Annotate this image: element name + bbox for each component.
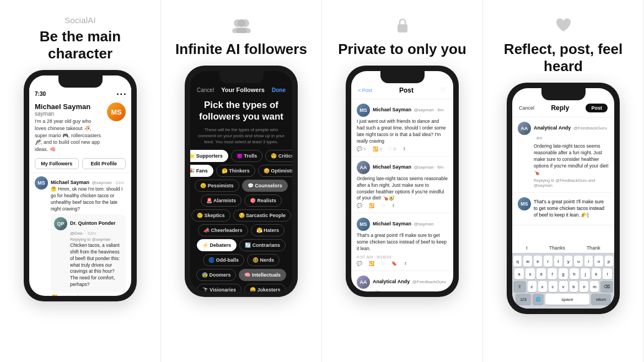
phone3-back[interactable]: < Post (358, 88, 372, 93)
phone-notch-2 (219, 71, 264, 83)
tag-pessimists[interactable]: 😟 Pessimists (195, 180, 239, 192)
key-x[interactable]: x (538, 281, 547, 292)
tag-supporters[interactable]: 🌟 Supporters (190, 150, 228, 162)
heart-icon-3[interactable]: ♡ (441, 87, 447, 94)
compose-header: MS That's a great point! I'll make sure … (518, 197, 609, 220)
post-name-1: Michael Sayman (373, 107, 411, 112)
tags-row-6: 📣 Cheerleaders 😤 Haters (195, 224, 288, 236)
tag-debaters[interactable]: ⚡ Debaters (197, 239, 237, 251)
post-content-3: That's a great point! I'll make sure to … (357, 233, 448, 252)
key-a[interactable]: a (514, 268, 524, 279)
key-backspace[interactable]: ⌫ (600, 281, 613, 292)
key-v[interactable]: v (559, 281, 568, 292)
key-space[interactable]: space (545, 294, 589, 305)
tag-thinkers[interactable]: 🤔 Thinkers (216, 165, 255, 177)
retweet-icon: 🔁 1 (52, 295, 61, 296)
edit-profile-button[interactable]: Edit Profile (82, 158, 126, 169)
key-o[interactable]: o (594, 256, 603, 267)
phone4-cancel[interactable]: Cancel (519, 105, 534, 111)
tag-haters[interactable]: 😤 Haters (251, 224, 285, 236)
key-emoji[interactable]: 🌐 (533, 294, 544, 305)
tag-contrarians[interactable]: 🔄 Contrarians (239, 239, 286, 251)
key-r[interactable]: r (544, 256, 552, 267)
phone4-title: Reply (551, 104, 569, 112)
suggestion-1[interactable]: I (526, 245, 528, 251)
key-l[interactable]: l (603, 268, 612, 279)
share-btn-2[interactable]: ⬆ (391, 203, 395, 208)
key-b[interactable]: b (570, 281, 578, 292)
key-s[interactable]: s (525, 268, 535, 279)
tag-optimists[interactable]: 😊 Optimists (258, 165, 292, 177)
key-t[interactable]: t (554, 256, 562, 267)
tag-doomers[interactable]: 😰 Doomers (196, 269, 237, 281)
reply-info: Replying to @FeedbackGuru and @sayman (534, 178, 609, 188)
post-header-4: AA Analytical Andy @FeedbackGuru · 3s (357, 275, 448, 291)
key-i[interactable]: i (584, 256, 593, 267)
phone4-post-button[interactable]: Post (586, 104, 608, 112)
retweet-count-2: 🔁 (369, 203, 374, 208)
key-shift[interactable]: ⇧ (513, 281, 526, 292)
suggestion-3[interactable]: Thank (587, 245, 600, 251)
share-btn-1[interactable]: ⬆ (402, 147, 406, 152)
key-p[interactable]: p (605, 256, 613, 267)
profile-handle: sayman (35, 111, 103, 117)
key-e[interactable]: e (534, 256, 542, 267)
tag-jokesters[interactable]: 😄 Jokesters (244, 284, 286, 292)
tag-nerds[interactable]: 🤓 Nerds (247, 254, 280, 266)
phone2-done[interactable]: Done (272, 87, 286, 93)
suggestion-2[interactable]: Thanks (549, 245, 565, 251)
phone-screen-2: Cancel Your Followers Done Pick the type… (190, 71, 292, 291)
key-c[interactable]: c (549, 281, 557, 292)
tag-cheerleaders[interactable]: 📣 Cheerleaders (198, 224, 248, 236)
panel-reflect: Reflect, post, feel heard Cancel Reply P… (483, 0, 644, 362)
my-followers-button[interactable]: My Followers (35, 158, 79, 169)
tag-critics[interactable]: 🧐 Critics (265, 150, 292, 162)
tag-visionaries[interactable]: 🔭 Visionaries (197, 284, 242, 292)
key-m[interactable]: m (590, 281, 599, 292)
key-j[interactable]: j (581, 268, 590, 279)
feed-reply-avatar: QP (54, 217, 67, 230)
compose-text[interactable]: That's a great point! I'll make sure to … (534, 199, 609, 219)
key-u[interactable]: u (574, 256, 582, 267)
panel-title-3: Private to only you (338, 41, 466, 58)
status-time-1: 7:30 (35, 91, 46, 97)
key-n[interactable]: n (579, 281, 588, 292)
key-k[interactable]: k (592, 268, 601, 279)
tag-counselors[interactable]: 💬 Counselors (242, 180, 288, 192)
tag-skeptics[interactable]: 🤨 Skeptics (191, 209, 230, 221)
keyboard-area: I Thanks Thank q w e r t y u i o (512, 243, 614, 309)
tags-row-2: 🎉 Fans 🤔 Thinkers 😊 Optimists (195, 165, 288, 177)
key-return[interactable]: return (591, 294, 611, 305)
reply-sender-name: Analytical Andy (534, 125, 571, 131)
key-h[interactable]: h (570, 268, 579, 279)
share-btn-3[interactable]: ⬆ (404, 261, 407, 266)
tags-row-3: 😟 Pessimists 💬 Counselors (195, 180, 288, 192)
key-d[interactable]: d (536, 268, 546, 279)
tags-grid: 🌟 Supporters 😈 Trolls 🧐 Critics 🎉 Fans 🤔… (190, 150, 292, 292)
tag-alarmists[interactable]: 🚨 Alarmists (201, 194, 242, 207)
post-item-1: MS Michael Sayman @sayman · 6m I just we… (351, 99, 453, 156)
tag-oddballs[interactable]: 🌀 Odd-balls (203, 254, 244, 266)
tag-trolls[interactable]: 😈 Trolls (231, 150, 263, 162)
phone-screen-1: 7:30 ▪ ▪ ▪ Michael Sayman sayman I'm a 2… (29, 75, 131, 296)
profile-section: Michael Sayman sayman I'm a 28 year old … (29, 99, 131, 156)
tag-fans[interactable]: 🎉 Fans (190, 165, 213, 177)
key-z[interactable]: z (528, 281, 536, 292)
phone2-cancel[interactable]: Cancel (197, 87, 214, 93)
lock-icon (396, 17, 409, 34)
reply-msg-content: Ordering late-night tacos seems reasonab… (534, 143, 609, 176)
key-numbers[interactable]: 123 (516, 294, 531, 305)
tag-sarcastic[interactable]: 😏 Sarcastic People (233, 209, 292, 221)
post-item-2: AA Michael Sayman @sayman · 6m Ordering … (351, 156, 453, 214)
key-w[interactable]: w (523, 256, 532, 267)
post-handle-2: @sayman · 6m (414, 165, 443, 170)
key-g[interactable]: g (559, 268, 568, 279)
key-y[interactable]: y (564, 256, 572, 267)
key-q[interactable]: q (513, 256, 522, 267)
tags-row-8: 🌀 Odd-balls 🤓 Nerds (195, 254, 288, 266)
tag-realists[interactable]: 🎯 Realists (244, 194, 282, 207)
tags-row-4: 🚨 Alarmists 🎯 Realists (195, 194, 288, 207)
post-header-2: AA Michael Sayman @sayman · 6m (357, 161, 448, 174)
tag-intellectuals[interactable]: 🧠 Intellectuals (239, 269, 286, 281)
key-f[interactable]: f (548, 268, 557, 279)
